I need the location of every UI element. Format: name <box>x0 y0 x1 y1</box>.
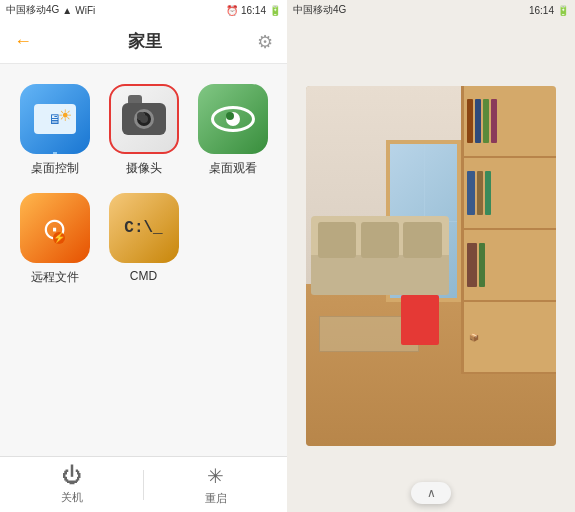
camera-lens <box>134 109 154 129</box>
shutdown-button[interactable]: ⏻ 关机 <box>0 464 143 505</box>
signal-icon: ▲ <box>62 5 72 16</box>
remote-indicator: ⚡ <box>53 232 65 244</box>
desktop-view-label: 桌面观看 <box>209 160 257 177</box>
shelf-book <box>467 243 477 286</box>
sofa-seat <box>311 255 449 295</box>
remote-file-icon: ⊙ ⚡ <box>20 193 90 263</box>
right-panel: 中国移动4G 16:14 🔋 <box>287 0 575 512</box>
restart-button[interactable]: ✳ 重启 <box>144 464 287 506</box>
shelf-book <box>467 171 475 214</box>
restart-label: 重启 <box>205 491 227 506</box>
cmd-label: CMD <box>130 269 157 283</box>
grid-item-cmd[interactable]: C:\_ CMD <box>105 193 182 286</box>
remote-file-inner: ⊙ ⚡ <box>42 211 67 246</box>
camera-view: 📦 <box>287 20 575 512</box>
up-button[interactable]: ∧ <box>411 482 451 504</box>
camera-image: 📦 <box>306 86 556 446</box>
remote-file-label: 远程文件 <box>31 269 79 286</box>
desktop-view-icon <box>198 84 268 154</box>
desktop-screen: 🖥 <box>34 104 76 134</box>
right-battery: 🔋 <box>557 5 569 16</box>
wifi-icon: WiFi <box>75 5 95 16</box>
camera-label: 摄像头 <box>126 160 162 177</box>
room-stool <box>401 295 439 345</box>
left-panel: 中国移动4G ▲ WiFi ⏰ 16:14 🔋 ← 家里 ⚙ 🖥 <box>0 0 287 512</box>
camera-bump <box>128 95 142 103</box>
desktop-stand <box>53 152 57 154</box>
power-icon: ⏻ <box>62 464 82 487</box>
back-button[interactable]: ← <box>14 31 32 52</box>
camera-lens-inner <box>137 112 145 120</box>
grid-item-camera[interactable]: 摄像头 <box>105 84 182 177</box>
right-carrier: 中国移动4G <box>293 3 346 17</box>
nav-bar: ← 家里 ⚙ <box>0 20 287 64</box>
shelf-row-3 <box>464 230 556 302</box>
grid-item-desktop-view[interactable]: 桌面观看 <box>194 84 271 177</box>
sofa-cushion-3 <box>403 222 442 258</box>
shelf-book <box>477 171 483 214</box>
shelf-book <box>485 171 491 214</box>
shelf-book <box>467 99 473 142</box>
alarm-icon: ⏰ <box>226 5 238 16</box>
sofa-cushion-2 <box>361 222 400 258</box>
shelf-row-2 <box>464 158 556 230</box>
eye-outer <box>211 106 255 132</box>
page-title: 家里 <box>128 30 162 53</box>
eye-pupil <box>226 112 240 126</box>
time-display: 16:14 <box>241 5 266 16</box>
shelf-book <box>491 99 497 142</box>
eye-pupil-inner <box>226 112 234 120</box>
grid-item-remote-file[interactable]: ⊙ ⚡ 远程文件 <box>16 193 93 286</box>
right-status-bar: 中国移动4G 16:14 🔋 <box>287 0 575 20</box>
right-time: 16:14 <box>529 5 554 16</box>
room-scene: 📦 <box>306 86 556 446</box>
desktop-control-icon: 🖥 <box>20 84 90 154</box>
shelf-decoration: 📦 <box>467 331 553 344</box>
restart-icon: ✳ <box>207 464 224 488</box>
bottom-bar: ⏻ 关机 ✳ 重启 <box>0 456 287 512</box>
eye-shape <box>210 105 256 133</box>
sofa-cushion-1 <box>318 222 357 258</box>
shelf-book <box>475 99 481 142</box>
shelf-book <box>479 243 485 286</box>
desktop-control-label: 桌面控制 <box>31 160 79 177</box>
room-shelf: 📦 <box>461 86 556 374</box>
right-status-left: 中国移动4G <box>293 3 346 17</box>
battery-icon: 🔋 <box>269 5 281 16</box>
shelf-row-4: 📦 <box>464 302 556 374</box>
cmd-icon: C:\_ <box>109 193 179 263</box>
camera-icon <box>109 84 179 154</box>
grid-item-desktop-control[interactable]: 🖥 桌面控制 <box>16 84 93 177</box>
up-chevron-icon: ∧ <box>427 486 436 500</box>
right-status-right: 16:14 🔋 <box>529 5 569 16</box>
shutdown-label: 关机 <box>61 490 83 505</box>
carrier-text: 中国移动4G <box>6 3 59 17</box>
status-left: 中国移动4G ▲ WiFi <box>6 3 95 17</box>
shelf-book <box>483 99 489 142</box>
cmd-text: C:\_ <box>124 219 162 237</box>
shelf-row-1 <box>464 86 556 158</box>
left-status-bar: 中国移动4G ▲ WiFi ⏰ 16:14 🔋 <box>0 0 287 20</box>
camera-body <box>122 103 166 135</box>
room-sofa <box>311 216 449 295</box>
status-right: ⏰ 16:14 🔋 <box>226 5 281 16</box>
app-grid: 🖥 桌面控制 摄像头 <box>0 64 287 456</box>
settings-button[interactable]: ⚙ <box>257 31 273 53</box>
